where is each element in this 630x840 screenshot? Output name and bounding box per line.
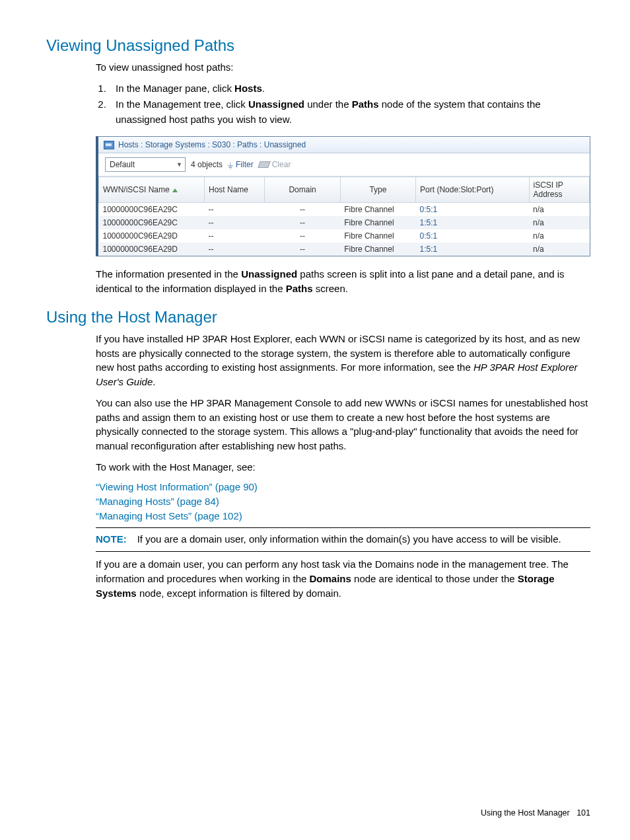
filter-label: Filter	[236, 160, 254, 169]
cell-wwn: 10000000C96EA29C	[99, 203, 205, 217]
table-row[interactable]: 10000000C96EA29D----Fibre Channel1:5:1n/…	[99, 243, 590, 256]
col-iscsi[interactable]: iSCSI IP Address	[529, 177, 590, 203]
port-link[interactable]: 1:5:1	[420, 245, 438, 254]
cell-iscsi: n/a	[529, 203, 590, 217]
link-viewing-host-info[interactable]: “Viewing Host Information” (page 90)	[96, 481, 258, 492]
col-wwn-label: WWN/iSCSI Name	[103, 185, 170, 194]
hm-p1-end: .	[153, 376, 155, 387]
hm-p4-e: node, except information is filtered by …	[137, 588, 341, 599]
panel-toolbar: Default ▼ 4 objects ⏚ Filter Clear	[98, 153, 590, 176]
view-select[interactable]: Default ▼	[105, 157, 186, 172]
step1-post: .	[262, 83, 265, 94]
cell-domain: --	[265, 229, 340, 243]
step-2: In the Management tree, click Unassigned…	[109, 97, 590, 127]
step2-mid: under the	[304, 98, 352, 110]
step2-paths: Paths	[352, 98, 379, 110]
hm-p4-domains: Domains	[310, 573, 351, 584]
hm-p3: To work with the Host Manager, see:	[96, 460, 590, 475]
port-link[interactable]: 1:5:1	[420, 218, 438, 227]
cell-wwn: 10000000C96EA29D	[99, 243, 205, 256]
heading-viewing-unassigned-paths: Viewing Unassigned Paths	[46, 36, 590, 55]
hm-p4: If you are a domain user, you can perfor…	[96, 557, 590, 600]
col-port[interactable]: Port (Node:Slot:Port)	[416, 177, 529, 203]
steps-list: In the Manager pane, click Hosts. In the…	[96, 81, 590, 128]
note-body: If you are a domain user, only informati…	[137, 533, 561, 545]
col-wwn[interactable]: WWN/iSCSI Name	[99, 177, 205, 203]
col-type[interactable]: Type	[340, 177, 415, 203]
link-managing-hosts[interactable]: “Managing Hosts” (page 84)	[96, 496, 219, 507]
table-row[interactable]: 10000000C96EA29C----Fibre Channel1:5:1n/…	[99, 216, 590, 229]
heading-using-host-manager: Using the Host Manager	[46, 308, 590, 326]
hm-p2: You can also use the HP 3PAR Management …	[96, 396, 590, 453]
cell-host: --	[205, 229, 265, 243]
table-row[interactable]: 10000000C96EA29C----Fibre Channel0:5:1n/…	[99, 203, 590, 217]
cell-iscsi: n/a	[529, 243, 590, 256]
cell-wwn: 10000000C96EA29C	[99, 216, 205, 229]
cell-type: Fibre Channel	[340, 216, 415, 229]
step1-pre: In the Manager pane, click	[116, 83, 234, 94]
filter-icon: ⏚	[228, 161, 233, 169]
footer-page: 101	[577, 808, 590, 818]
outro-e: screen.	[313, 283, 348, 294]
col-host[interactable]: Host Name	[205, 177, 265, 203]
note-label: NOTE:	[96, 533, 127, 545]
cell-domain: --	[265, 203, 340, 217]
object-count: 4 objects	[191, 160, 223, 169]
clear-button[interactable]: Clear	[259, 160, 291, 169]
cell-port: 0:5:1	[416, 229, 529, 243]
outro-b: Unassigned	[241, 268, 297, 280]
eraser-icon	[258, 161, 271, 168]
cell-port: 0:5:1	[416, 203, 529, 217]
cell-port: 1:5:1	[416, 216, 529, 229]
cell-host: --	[205, 216, 265, 229]
hm-p1: If you have installed HP 3PAR Host Explo…	[96, 332, 590, 389]
paths-table: WWN/iSCSI Name Host Name Domain Type Por…	[98, 176, 590, 256]
cell-domain: --	[265, 216, 340, 229]
cell-iscsi: n/a	[529, 229, 590, 243]
filter-button[interactable]: ⏚ Filter	[228, 160, 254, 169]
port-link[interactable]: 0:5:1	[420, 231, 438, 241]
view-select-value: Default	[110, 160, 135, 169]
panel-titlebar: Hosts : Storage Systems : S030 : Paths :…	[98, 137, 590, 153]
step2-pre: In the Management tree, click	[116, 98, 248, 110]
cell-type: Fibre Channel	[340, 229, 415, 243]
page-footer: Using the Host Manager 101	[481, 808, 590, 818]
cell-domain: --	[265, 243, 340, 256]
hosts-icon	[104, 141, 114, 149]
note-block: NOTE:If you are a domain user, only info…	[96, 532, 590, 547]
step1-hosts: Hosts	[234, 83, 262, 94]
note-rule-bottom	[96, 551, 590, 552]
cell-port: 1:5:1	[416, 243, 529, 256]
footer-text: Using the Host Manager	[481, 808, 570, 818]
outro-a: The information presented in the	[96, 268, 241, 280]
note-rule-top	[96, 527, 590, 528]
chevron-down-icon: ▼	[176, 161, 182, 168]
clear-label: Clear	[272, 160, 291, 169]
cell-host: --	[205, 243, 265, 256]
cell-type: Fibre Channel	[340, 243, 415, 256]
outro-d: Paths	[286, 283, 313, 294]
port-link[interactable]: 0:5:1	[420, 205, 438, 214]
unassigned-paths-panel: Hosts : Storage Systems : S030 : Paths :…	[96, 136, 590, 256]
col-domain[interactable]: Domain	[265, 177, 340, 203]
link-managing-host-sets[interactable]: “Managing Host Sets” (page 102)	[96, 510, 242, 521]
cell-type: Fibre Channel	[340, 203, 415, 217]
hm-p4-c: node are identical to those under the	[351, 573, 518, 584]
intro-text: To view unassigned host paths:	[96, 60, 590, 75]
step-1: In the Manager pane, click Hosts.	[109, 81, 590, 96]
unassigned-outro: The information presented in the Unassig…	[96, 267, 590, 296]
table-row[interactable]: 10000000C96EA29D----Fibre Channel0:5:1n/…	[99, 229, 590, 243]
step2-unassigned: Unassigned	[248, 98, 304, 110]
cell-host: --	[205, 203, 265, 217]
cell-iscsi: n/a	[529, 216, 590, 229]
panel-title: Hosts : Storage Systems : S030 : Paths :…	[118, 140, 306, 149]
cell-wwn: 10000000C96EA29D	[99, 229, 205, 243]
sort-asc-icon	[172, 188, 178, 192]
